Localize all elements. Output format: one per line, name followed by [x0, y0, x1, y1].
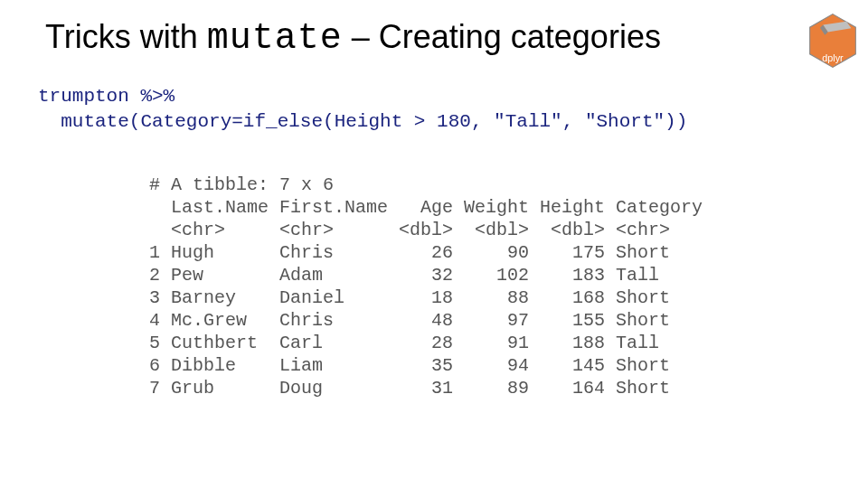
slide-title: Tricks with mutate – Creating categories [45, 18, 823, 59]
code-line-1: trumpton %>% [38, 86, 175, 107]
code-input-block: trumpton %>% mutate(Category=if_else(Hei… [38, 84, 823, 136]
title-post: – Creating categories [343, 18, 661, 55]
hex-icon: dplyr [808, 13, 857, 69]
logo-label: dplyr [822, 52, 844, 63]
dplyr-logo: dplyr [808, 13, 857, 69]
tibble-output: # A tibble: 7 x 6 Last.Name First.Name A… [149, 174, 823, 399]
slide: dplyr Tricks with mutate – Creating cate… [0, 0, 868, 488]
title-mono: mutate [207, 18, 343, 59]
title-pre: Tricks with [45, 18, 207, 55]
code-line-2: mutate(Category=if_else(Height > 180, "T… [38, 111, 687, 132]
